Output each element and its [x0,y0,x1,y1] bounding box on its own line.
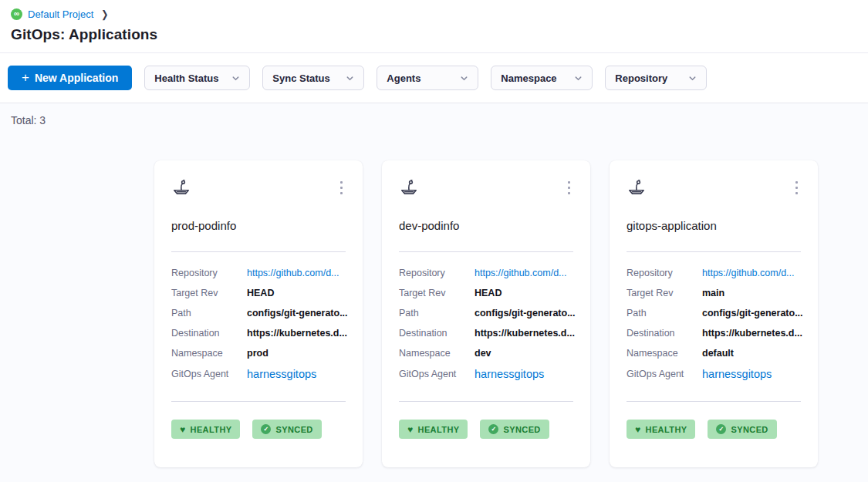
new-application-label: New Application [35,72,118,84]
field-label: GitOps Agent [627,369,702,379]
field-rows: Repositoryhttps://github.com/d... Target… [399,263,573,384]
application-name[interactable]: dev-podinfo [399,219,573,233]
field-rows: Repositoryhttps://github.com/d... Target… [171,263,346,384]
check-circle-icon: ✓ [261,424,271,434]
filter-namespace[interactable]: Namespace [491,66,593,90]
repository-link[interactable]: https://github.com/d... [702,268,795,278]
chevron-down-icon [574,74,583,83]
field-value: configs/git-generato... [475,308,576,319]
new-application-button[interactable]: + New Application [8,66,132,90]
chevron-down-icon [688,74,697,83]
heart-icon: ♥ [635,425,641,434]
health-status-badge: ♥HEALTHY [399,420,468,439]
sync-status-badge: ✓SYNCED [252,420,321,439]
health-status-badge: ♥HEALTHY [627,420,695,439]
repository-link[interactable]: https://github.com/d... [247,268,339,278]
field-value: default [702,348,734,359]
field-label: GitOps Agent [171,369,247,379]
divider [171,251,346,252]
field-value: HEAD [475,288,502,298]
application-cards: prod-podinfo Repositoryhttps://github.co… [154,160,857,467]
field-value: prod [247,348,269,359]
application-card[interactable]: dev-podinfo Repositoryhttps://github.com… [382,160,590,467]
field-label: Target Rev [171,288,247,298]
field-value: HEAD [247,288,274,298]
application-card[interactable]: gitops-application Repositoryhttps://git… [610,160,818,467]
filter-health-status[interactable]: Health Status [144,66,250,90]
application-card[interactable]: prod-podinfo Repositoryhttps://github.co… [154,160,363,467]
field-label: Path [627,308,702,319]
heart-icon: ♥ [407,425,414,434]
field-label: Namespace [627,348,702,359]
chevron-down-icon [460,74,468,83]
field-label: Path [399,308,475,319]
field-label: Namespace [171,348,247,359]
field-rows: Repositoryhttps://github.com/d... Target… [627,263,801,384]
chevron-down-icon [231,74,240,83]
check-circle-icon: ✓ [716,424,726,434]
divider [171,401,346,402]
gitops-app-icon [399,177,419,197]
field-label: Path [171,308,247,319]
gitops-app-icon [627,177,647,197]
field-value: configs/git-generato... [702,308,803,319]
field-label: Repository [627,268,702,278]
sync-status-badge: ✓SYNCED [708,420,776,439]
content-area: Total: 3 prod-podinfo Reposit [0,103,868,478]
project-icon: ∞ [11,8,22,20]
filter-agents[interactable]: Agents [377,66,478,90]
breadcrumb: ∞ Default Project ❯ [11,7,857,21]
gitops-agent-link[interactable]: harnessgitops [247,368,316,380]
check-circle-icon: ✓ [488,424,498,434]
divider [627,401,801,402]
divider [627,251,801,252]
kebab-menu-icon[interactable] [792,180,801,196]
kebab-menu-icon[interactable] [337,180,346,196]
heart-icon: ♥ [180,425,186,434]
filter-label: Namespace [501,72,556,84]
field-value: configs/git-generato... [247,308,348,319]
filter-label: Sync Status [272,72,329,84]
filter-label: Agents [387,72,420,84]
field-label: Destination [399,328,475,339]
repository-link[interactable]: https://github.com/d... [475,268,567,278]
page-title: GitOps: Applications [11,26,857,43]
chevron-right-icon: ❯ [101,8,108,20]
gitops-app-icon [171,177,191,197]
gitops-agent-link[interactable]: harnessgitops [475,368,544,380]
filter-repository[interactable]: Repository [605,66,707,90]
field-label: Destination [627,328,702,339]
field-label: GitOps Agent [399,369,475,379]
application-name[interactable]: gitops-application [627,219,801,233]
gitops-agent-link[interactable]: harnessgitops [702,368,772,380]
page-header: ∞ Default Project ❯ GitOps: Applications [0,0,868,53]
field-value: dev [475,348,491,359]
sync-status-badge: ✓SYNCED [480,420,549,439]
field-value: https://kubernetes.d... [247,328,347,339]
toolbar: + New Application Health Status Sync Sta… [0,53,868,103]
field-label: Target Rev [399,288,475,298]
field-label: Destination [171,328,247,339]
field-value: main [702,288,724,298]
filter-sync-status[interactable]: Sync Status [262,66,364,90]
divider [399,251,573,252]
field-label: Repository [171,268,247,278]
filter-label: Repository [615,72,667,84]
application-name[interactable]: prod-podinfo [171,219,346,233]
health-status-badge: ♥HEALTHY [171,420,240,439]
breadcrumb-project-link[interactable]: Default Project [28,8,93,20]
total-count: Total: 3 [11,114,857,126]
field-value: https://kubernetes.d... [475,328,575,339]
field-label: Target Rev [627,288,702,298]
divider [399,401,573,402]
kebab-menu-icon[interactable] [565,180,573,196]
field-value: https://kubernetes.d... [702,328,802,339]
plus-icon: + [22,71,29,84]
chevron-down-icon [346,74,354,83]
filter-label: Health Status [154,72,218,84]
field-label: Namespace [399,348,475,359]
field-label: Repository [399,268,475,278]
